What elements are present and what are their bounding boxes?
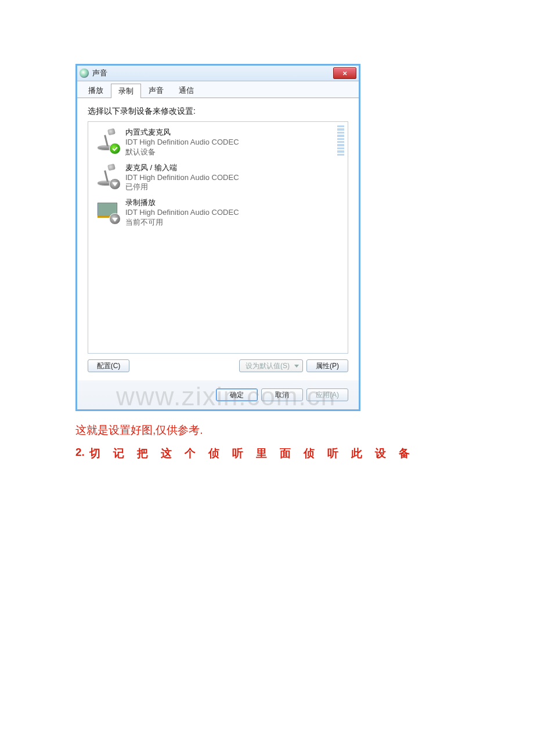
apply-button[interactable]: 应用(A) <box>306 388 348 401</box>
device-desc: IDT High Definition Audio CODEC <box>125 138 239 147</box>
device-desc: IDT High Definition Audio CODEC <box>125 208 239 218</box>
dialog-tabs: 播放 录制 声音 通信 <box>77 81 359 98</box>
device-status: 当前不可用 <box>125 218 239 228</box>
device-status: 已停用 <box>125 182 239 192</box>
properties-button[interactable]: 属性(P) <box>306 359 348 372</box>
configure-button[interactable]: 配置(C) <box>88 359 129 372</box>
level-meter <box>337 125 344 156</box>
close-button[interactable]: ✕ <box>333 67 356 79</box>
unavailable-down-icon <box>109 213 121 225</box>
soundcard-icon <box>94 197 120 224</box>
device-name: 内置式麦克风 <box>125 128 239 138</box>
device-item-mic-input[interactable]: 麦克风 / 输入端 IDT High Definition Audio CODE… <box>91 160 345 195</box>
set-default-button[interactable]: 设为默认值(S) <box>239 359 303 372</box>
device-item-builtin-mic[interactable]: 内置式麦克风 IDT High Definition Audio CODEC 默… <box>91 124 345 160</box>
microphone-icon <box>94 162 120 189</box>
dialog-title: 声音 <box>92 68 333 78</box>
disabled-down-icon <box>109 178 121 190</box>
step2-index: 2. <box>75 446 85 461</box>
caption-text: 这就是设置好图,仅供参考. <box>75 423 459 438</box>
device-item-stereo-mix[interactable]: 录制播放 IDT High Definition Audio CODEC 当前不… <box>91 195 345 230</box>
tab-sounds[interactable]: 声音 <box>141 83 171 98</box>
step2-text: 切记把这个侦听里面侦听此设备 <box>89 446 423 461</box>
ok-button[interactable]: 确定 <box>216 388 258 401</box>
tab-playback[interactable]: 播放 <box>81 83 111 98</box>
instruction-text: 选择以下录制设备来修改设置: <box>88 106 348 117</box>
sound-icon <box>80 69 89 78</box>
tab-recording[interactable]: 录制 <box>111 84 141 98</box>
device-desc: IDT High Definition Audio CODEC <box>125 173 239 183</box>
device-status: 默认设备 <box>125 147 239 157</box>
tab-body-recording: 选择以下录制设备来修改设置: 内置式麦克风 IDT High Definitio… <box>77 98 359 380</box>
tab-communications[interactable]: 通信 <box>171 83 201 98</box>
default-check-icon <box>109 143 121 154</box>
close-icon: ✕ <box>342 70 347 77</box>
microphone-icon <box>94 127 120 153</box>
lower-button-row: 配置(C) 设为默认值(S) 属性(P) <box>88 359 348 372</box>
device-name: 录制播放 <box>125 198 239 208</box>
sound-dialog: 声音 ✕ 播放 录制 声音 通信 选择以下录制设备来修改设置: <box>75 64 360 411</box>
dialog-footer: 确定 取消 应用(A) <box>77 380 359 409</box>
step2-line: 2. 切记把这个侦听里面侦听此设备 <box>75 446 459 461</box>
device-name: 麦克风 / 输入端 <box>125 163 239 173</box>
dialog-titlebar: 声音 ✕ <box>77 66 359 81</box>
device-list: 内置式麦克风 IDT High Definition Audio CODEC 默… <box>88 121 348 354</box>
cancel-button[interactable]: 取消 <box>261 388 303 401</box>
